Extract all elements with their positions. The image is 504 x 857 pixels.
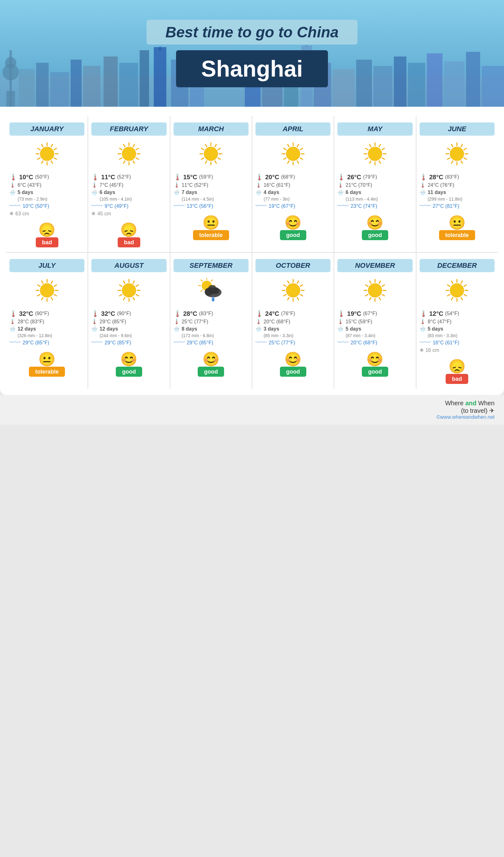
weather-info: 🌡️ 11°C (52°F) 🌡️ 7°C (45°F) 🌧️ 6 days (… [91,173,166,217]
svg-rect-7 [50,72,69,107]
svg-line-132 [123,281,125,284]
svg-line-163 [300,285,303,287]
wave-icon: 〰〰 [10,339,21,346]
wave-icon: 〰〰 [91,339,103,346]
temp-high-fahrenheit: (76°F) [281,311,295,316]
footer-brand: Where and When(to travel) ✈ [10,400,494,414]
rain-days: 5 days [18,190,33,195]
svg-point-110 [40,284,54,297]
temp-high-fahrenheit: (67°F) [363,311,377,316]
temp-high-fahrenheit: (59°F) [199,174,213,180]
thermometer-low-icon: 🌡️ [337,182,343,188]
sea-temp-value: 9°C (49°F) [104,203,128,209]
svg-point-3 [2,64,19,80]
temp-high-fahrenheit: (68°F) [281,174,295,180]
svg-rect-23 [333,69,355,107]
svg-rect-9 [83,66,100,107]
svg-line-57 [136,149,138,150]
rain-detail: (85 mm - 3.3in) [264,333,331,338]
wave-icon: 〰〰 [173,203,185,209]
wave-icon: 〰〰 [337,203,349,209]
svg-rect-27 [408,63,425,107]
rating-emoji: 😊 [202,351,220,367]
svg-line-87 [379,161,381,164]
rating-badge: bad [36,239,58,246]
thermometer-high-icon: 🌡️ [173,310,181,317]
weather-icon [444,275,469,307]
svg-line-69 [215,145,217,147]
weather-info: 🌡️ 24°C (76°F) 🌡️ 20°C (68°F) 🌧️ 3 days … [255,310,331,346]
svg-line-37 [41,161,43,164]
svg-line-44 [54,149,56,150]
rating-emoji: 😞 [38,222,55,238]
svg-line-121 [51,281,53,284]
temp-low: 🌡️ 24°C (76°F) [420,182,494,188]
svg-line-41 [41,145,43,147]
rain-icon: 🌧️ [337,326,343,332]
svg-line-76 [287,161,289,164]
svg-line-43 [51,145,53,147]
svg-line-134 [133,281,135,284]
weather-icon [116,138,141,171]
temp-high: 🌡️ 10°C (50°F) [10,173,84,181]
temp-high: 🌡️ 24°C (76°F) [255,310,331,317]
svg-line-89 [369,161,371,164]
rain-info: 🌧️ 7 days [173,189,249,195]
svg-line-166 [382,295,384,296]
thermometer-low-icon: 🌡️ [420,319,426,324]
rain-info: 🌧️ 6 days [337,189,413,195]
rating-emoji: 😐 [38,351,55,367]
sea-temp-value: 13°C (56°F) [187,203,213,209]
temp-low-value: 28°C (83°F) [18,319,44,324]
svg-line-118 [37,285,40,287]
svg-line-153 [300,295,303,296]
svg-line-74 [297,161,299,164]
thermometer-low-icon: 🌡️ [91,182,98,188]
rating-container: 😞 bad [446,358,468,382]
month-name: NOVEMBER [337,259,413,272]
page-title: Best time to go to China [165,23,339,41]
temp-low-value: 8°C (47°F) [428,319,452,324]
thermometer-high-icon: 🌡️ [91,310,99,317]
svg-line-162 [297,281,299,284]
svg-line-38 [37,158,40,159]
svg-line-53 [120,149,122,150]
month-cell-january: JANUARY 🌡️ 10°C (50°F) 🌡️ 6°C (43°F) 🌧️ … [6,116,87,252]
month-cell-september: SEPTEMBER 🌡️ 28°C (83°F) 🌡️ 25°C (77°F) … [170,253,252,389]
sea-temp: 〰〰 20°C (68°F) [337,339,413,346]
weather-icon [363,275,388,307]
svg-line-167 [379,298,381,300]
rain-info: 🌧️ 5 days [337,326,413,332]
thermometer-low-icon: 🌡️ [173,182,180,188]
thermometer-low-icon: 🌡️ [420,182,426,188]
rating-container: 😞 bad [118,222,140,246]
svg-line-103 [448,158,450,159]
thermometer-high-icon: 🌡️ [337,310,345,317]
weather-icon [35,138,60,171]
svg-line-106 [452,145,453,147]
rating-emoji: 😊 [284,351,302,367]
wave-icon: 〰〰 [91,203,103,209]
temp-low-value: 21°C (70°F) [346,182,372,188]
svg-line-109 [464,149,467,150]
svg-line-175 [379,281,381,284]
rating-emoji: 😐 [449,214,466,231]
title-banner: Best time to go to China [147,20,357,45]
rating-container: 😊 good [116,351,142,375]
svg-rect-6 [36,63,49,107]
temp-high-value: 26°C [347,173,361,181]
sea-temp-value: 20°C (68°F) [351,340,377,346]
svg-line-159 [283,285,286,287]
rating-container: 😊 good [362,214,388,239]
temp-high-value: 28°C [183,310,197,317]
snowflake-icon: ❄ [420,347,424,353]
svg-point-151 [286,284,300,297]
weather-icon [197,275,225,307]
month-cell-june: JUNE 🌡️ 28°C (83°F) 🌡️ 24°C (76°F) 🌧️ 11… [417,116,498,252]
main-content: JANUARY 🌡️ 10°C (50°F) 🌡️ 6°C (43°F) 🌧️ … [0,107,504,395]
temp-high-fahrenheit: (50°F) [35,174,49,180]
rating-container: 😊 good [280,214,306,239]
sea-temp: 〰〰 16°C (61°F) [420,339,494,346]
rating-badge: tolerable [193,232,229,239]
temp-low: 🌡️ 29°C (85°F) [91,319,166,324]
